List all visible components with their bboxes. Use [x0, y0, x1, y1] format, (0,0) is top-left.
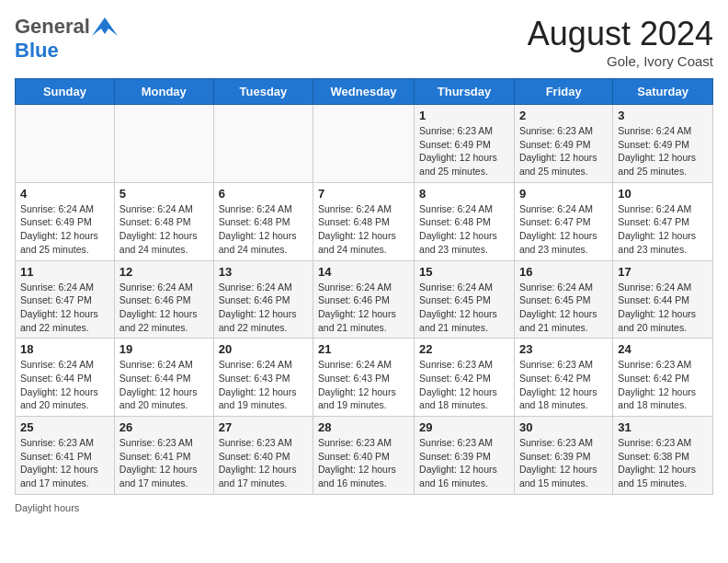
calendar-cell: 2Sunrise: 6:23 AM Sunset: 6:49 PM Daylig…	[514, 105, 612, 183]
svg-marker-0	[92, 17, 118, 36]
calendar-cell: 6Sunrise: 6:24 AM Sunset: 6:48 PM Daylig…	[213, 182, 313, 260]
day-header-monday: Monday	[114, 79, 213, 105]
calendar-cell: 14Sunrise: 6:24 AM Sunset: 6:46 PM Dayli…	[313, 260, 415, 339]
calendar-cell: 11Sunrise: 6:24 AM Sunset: 6:47 PM Dayli…	[16, 260, 115, 339]
day-info: Sunrise: 6:23 AM Sunset: 6:42 PM Dayligh…	[519, 358, 608, 412]
calendar-cell: 23Sunrise: 6:23 AM Sunset: 6:42 PM Dayli…	[514, 339, 612, 417]
calendar-cell	[16, 105, 115, 183]
calendar-cell	[213, 105, 313, 183]
calendar-cell: 21Sunrise: 6:24 AM Sunset: 6:43 PM Dayli…	[313, 339, 415, 417]
day-number: 2	[519, 109, 608, 122]
day-number: 13	[219, 265, 308, 279]
days-of-week-row: SundayMondayTuesdayWednesdayThursdayFrid…	[16, 79, 713, 105]
day-info: Sunrise: 6:24 AM Sunset: 6:49 PM Dayligh…	[618, 124, 708, 178]
logo-general-text: General	[15, 15, 90, 39]
calendar-cell: 7Sunrise: 6:24 AM Sunset: 6:48 PM Daylig…	[313, 182, 415, 260]
calendar-cell: 3Sunrise: 6:24 AM Sunset: 6:49 PM Daylig…	[613, 105, 713, 183]
day-info: Sunrise: 6:23 AM Sunset: 6:39 PM Dayligh…	[419, 436, 509, 490]
day-info: Sunrise: 6:23 AM Sunset: 6:41 PM Dayligh…	[20, 436, 109, 490]
day-header-friday: Friday	[514, 79, 612, 105]
day-info: Sunrise: 6:24 AM Sunset: 6:48 PM Dayligh…	[219, 202, 308, 257]
calendar-cell: 29Sunrise: 6:23 AM Sunset: 6:39 PM Dayli…	[415, 417, 515, 495]
day-number: 7	[318, 187, 409, 201]
day-number: 20	[219, 342, 308, 356]
calendar-header: SundayMondayTuesdayWednesdayThursdayFrid…	[16, 79, 713, 105]
day-info: Sunrise: 6:24 AM Sunset: 6:44 PM Dayligh…	[618, 281, 708, 335]
day-number: 8	[419, 187, 509, 201]
calendar-week-5: 25Sunrise: 6:23 AM Sunset: 6:41 PM Dayli…	[16, 417, 713, 495]
footer: Daylight hours	[15, 502, 713, 513]
day-info: Sunrise: 6:23 AM Sunset: 6:38 PM Dayligh…	[618, 436, 708, 490]
day-info: Sunrise: 6:23 AM Sunset: 6:42 PM Dayligh…	[419, 358, 509, 412]
calendar-cell: 18Sunrise: 6:24 AM Sunset: 6:44 PM Dayli…	[16, 339, 115, 417]
day-info: Sunrise: 6:24 AM Sunset: 6:44 PM Dayligh…	[119, 358, 209, 412]
logo: General Blue	[15, 15, 118, 63]
day-info: Sunrise: 6:24 AM Sunset: 6:46 PM Dayligh…	[318, 281, 409, 335]
calendar-body: 1Sunrise: 6:23 AM Sunset: 6:49 PM Daylig…	[16, 105, 713, 495]
calendar-cell: 8Sunrise: 6:24 AM Sunset: 6:48 PM Daylig…	[415, 182, 515, 260]
day-number: 18	[20, 342, 109, 356]
logo-blue-text: Blue	[15, 39, 59, 62]
calendar-cell	[114, 105, 213, 183]
page-header: General Blue August 2024 Gole, Ivory Coa…	[15, 15, 713, 69]
day-info: Sunrise: 6:24 AM Sunset: 6:47 PM Dayligh…	[519, 202, 608, 257]
day-number: 27	[219, 420, 308, 434]
day-info: Sunrise: 6:23 AM Sunset: 6:41 PM Dayligh…	[119, 436, 209, 490]
day-number: 5	[119, 187, 209, 201]
day-header-saturday: Saturday	[613, 79, 713, 105]
calendar-cell: 10Sunrise: 6:24 AM Sunset: 6:47 PM Dayli…	[613, 182, 713, 260]
calendar-cell: 26Sunrise: 6:23 AM Sunset: 6:41 PM Dayli…	[114, 417, 213, 495]
day-info: Sunrise: 6:24 AM Sunset: 6:46 PM Dayligh…	[219, 281, 308, 335]
location: Gole, Ivory Coast	[528, 53, 713, 69]
day-number: 3	[618, 109, 708, 122]
day-number: 10	[618, 187, 708, 201]
day-info: Sunrise: 6:24 AM Sunset: 6:44 PM Dayligh…	[20, 358, 109, 412]
day-header-wednesday: Wednesday	[313, 79, 415, 105]
day-header-thursday: Thursday	[415, 79, 515, 105]
calendar-cell: 27Sunrise: 6:23 AM Sunset: 6:40 PM Dayli…	[213, 417, 313, 495]
calendar-cell: 15Sunrise: 6:24 AM Sunset: 6:45 PM Dayli…	[415, 260, 515, 339]
calendar-cell: 30Sunrise: 6:23 AM Sunset: 6:39 PM Dayli…	[514, 417, 612, 495]
calendar-week-3: 11Sunrise: 6:24 AM Sunset: 6:47 PM Dayli…	[16, 260, 713, 339]
calendar-cell: 19Sunrise: 6:24 AM Sunset: 6:44 PM Dayli…	[114, 339, 213, 417]
calendar-cell: 16Sunrise: 6:24 AM Sunset: 6:45 PM Dayli…	[514, 260, 612, 339]
day-info: Sunrise: 6:23 AM Sunset: 6:49 PM Dayligh…	[519, 124, 608, 178]
calendar-cell: 5Sunrise: 6:24 AM Sunset: 6:48 PM Daylig…	[114, 182, 213, 260]
day-info: Sunrise: 6:23 AM Sunset: 6:40 PM Dayligh…	[318, 436, 409, 490]
day-number: 30	[519, 420, 608, 434]
day-info: Sunrise: 6:23 AM Sunset: 6:40 PM Dayligh…	[219, 436, 308, 490]
calendar-cell: 12Sunrise: 6:24 AM Sunset: 6:46 PM Dayli…	[114, 260, 213, 339]
day-number: 23	[519, 342, 608, 356]
daylight-hours-label: Daylight hours	[15, 502, 79, 513]
day-number: 22	[419, 342, 509, 356]
logo-bird-icon	[92, 17, 118, 36]
day-number: 14	[318, 265, 409, 279]
day-info: Sunrise: 6:23 AM Sunset: 6:39 PM Dayligh…	[519, 436, 608, 490]
calendar-cell: 4Sunrise: 6:24 AM Sunset: 6:49 PM Daylig…	[16, 182, 115, 260]
day-info: Sunrise: 6:23 AM Sunset: 6:42 PM Dayligh…	[618, 358, 708, 412]
day-info: Sunrise: 6:24 AM Sunset: 6:45 PM Dayligh…	[519, 281, 608, 335]
calendar-cell	[313, 105, 415, 183]
day-info: Sunrise: 6:24 AM Sunset: 6:45 PM Dayligh…	[419, 281, 509, 335]
day-header-tuesday: Tuesday	[213, 79, 313, 105]
day-number: 15	[419, 265, 509, 279]
day-number: 1	[419, 109, 509, 122]
day-number: 24	[618, 342, 708, 356]
title-section: August 2024 Gole, Ivory Coast	[528, 15, 713, 69]
day-header-sunday: Sunday	[16, 79, 115, 105]
calendar-cell: 22Sunrise: 6:23 AM Sunset: 6:42 PM Dayli…	[415, 339, 515, 417]
day-number: 21	[318, 342, 409, 356]
calendar-cell: 20Sunrise: 6:24 AM Sunset: 6:43 PM Dayli…	[213, 339, 313, 417]
calendar-cell: 25Sunrise: 6:23 AM Sunset: 6:41 PM Dayli…	[16, 417, 115, 495]
day-info: Sunrise: 6:24 AM Sunset: 6:48 PM Dayligh…	[119, 202, 209, 257]
calendar-week-1: 1Sunrise: 6:23 AM Sunset: 6:49 PM Daylig…	[16, 105, 713, 183]
day-info: Sunrise: 6:24 AM Sunset: 6:46 PM Dayligh…	[119, 281, 209, 335]
calendar-week-2: 4Sunrise: 6:24 AM Sunset: 6:49 PM Daylig…	[16, 182, 713, 260]
calendar-cell: 13Sunrise: 6:24 AM Sunset: 6:46 PM Dayli…	[213, 260, 313, 339]
day-info: Sunrise: 6:24 AM Sunset: 6:43 PM Dayligh…	[318, 358, 409, 412]
day-number: 9	[519, 187, 608, 201]
day-info: Sunrise: 6:23 AM Sunset: 6:49 PM Dayligh…	[419, 124, 509, 178]
day-info: Sunrise: 6:24 AM Sunset: 6:47 PM Dayligh…	[618, 202, 708, 257]
calendar-week-4: 18Sunrise: 6:24 AM Sunset: 6:44 PM Dayli…	[16, 339, 713, 417]
day-number: 11	[20, 265, 109, 279]
